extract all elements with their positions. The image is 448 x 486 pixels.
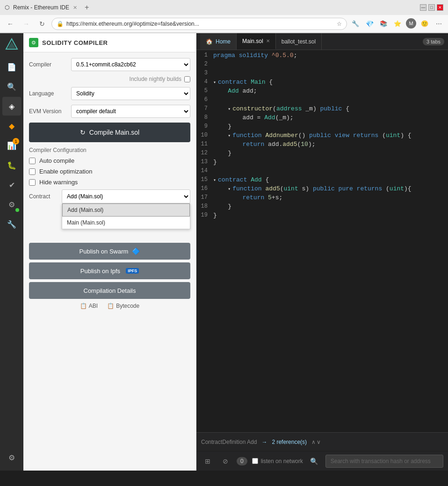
transaction-search-bar[interactable]: Search with transaction hash or address: [325, 455, 443, 468]
browser-chrome: ⬡ Remix - Ethereum IDE ✕ + — □ ✕ ← → ↻ 🔒…: [0, 0, 448, 33]
code-line-13: 13 }: [196, 159, 448, 167]
language-select[interactable]: Solidity: [71, 87, 190, 100]
line-number: 15: [196, 176, 213, 183]
deploy-icon: ◆: [9, 122, 14, 131]
sidebar-item-tools[interactable]: 🔧: [2, 215, 21, 233]
minimize-button[interactable]: —: [420, 4, 426, 11]
address-bar[interactable]: 🔒 https://remix.ethereum.org/#optimize=f…: [51, 18, 347, 30]
feedback-icon[interactable]: 🙂: [419, 18, 430, 29]
panel-body: Compiler 0.5.1+commit.c8a2cb62 Include n…: [23, 52, 196, 315]
bytecode-label: Bytecode: [116, 303, 139, 309]
code-line-1: 1 pragma solidity ^0.5.0;: [196, 52, 448, 61]
nightly-checkbox[interactable]: [184, 76, 190, 82]
up-arrow-icon[interactable]: ∧: [311, 439, 316, 445]
refresh-button[interactable]: ↻: [36, 17, 49, 30]
bookmark-star-icon[interactable]: ☆: [337, 21, 342, 27]
compiler-select[interactable]: 0.5.1+commit.c8a2cb62: [71, 58, 190, 71]
favorites-icon[interactable]: ⭐: [392, 18, 403, 29]
reading-list-icon[interactable]: 📚: [378, 18, 389, 29]
enable-optimization-row: Enable optimization: [29, 168, 190, 175]
remix-logo[interactable]: [2, 36, 21, 55]
line-content: }: [213, 203, 231, 210]
auto-compile-checkbox[interactable]: [29, 158, 36, 164]
line-content: [213, 70, 217, 77]
line-content: ▾contract Add {: [213, 176, 269, 183]
compile-button[interactable]: ↻ Compile Main.sol: [29, 123, 190, 142]
line-number: 8: [196, 114, 213, 121]
sidebar-item-solidity-compiler[interactable]: ◈: [2, 97, 21, 116]
sidebar-item-deploy[interactable]: ◆: [2, 116, 21, 135]
contract-definition-text: ContractDefinition Add: [201, 439, 257, 445]
enable-optimization-label: Enable optimization: [39, 168, 92, 175]
nightly-label: Include nightly builds: [130, 76, 181, 82]
evm-label: EVM Version: [29, 108, 71, 115]
sidebar-item-global-settings[interactable]: ⚙: [2, 448, 21, 467]
publish-ipfs-label: Publish on Ipfs: [80, 268, 120, 275]
bytecode-copy-item[interactable]: 📋 Bytecode: [107, 303, 139, 309]
bytecode-copy-icon: 📋: [107, 303, 114, 309]
nightly-builds-row: Include nightly builds: [29, 76, 190, 82]
sidebar-item-debug[interactable]: 🐛: [2, 156, 21, 174]
code-line-9: 9 }: [196, 123, 448, 132]
publish-swarm-button[interactable]: Publish on Swarm 🔷: [29, 243, 190, 260]
language-row: Language Solidity: [29, 87, 190, 100]
terminal-bar: ⊞ ⊘ 0 listen on network 🔍 Search with tr…: [196, 451, 448, 471]
profile-icon[interactable]: M: [406, 18, 416, 29]
line-content: [213, 167, 217, 174]
enable-optimization-checkbox[interactable]: [29, 168, 36, 175]
terminal-block-button[interactable]: ⊘: [219, 455, 232, 468]
tabs-count-badge: 3 tabs: [423, 38, 444, 45]
checkmark-icon: ✔: [9, 181, 15, 189]
close-button[interactable]: ✕: [437, 4, 443, 11]
contract-select[interactable]: Add (Main.sol) Main (Main.sol): [62, 189, 190, 203]
sidebar-item-file-explorer[interactable]: 📄: [2, 58, 21, 76]
line-number: 7: [196, 105, 213, 112]
tab-home[interactable]: 🏠 Home: [200, 33, 237, 50]
search-terminal-icon: 🔍: [310, 457, 318, 465]
sidebar-item-verify[interactable]: ✔: [2, 175, 21, 194]
tab-main-sol[interactable]: Main.sol ✕: [237, 33, 276, 50]
line-content: }: [213, 159, 217, 166]
abi-copy-item[interactable]: 📋 ABI: [80, 303, 98, 309]
line-number: 13: [196, 159, 213, 165]
references-link[interactable]: 2 reference(s): [272, 439, 307, 445]
settings-browser-icon[interactable]: ⋯: [433, 18, 444, 29]
profile-diamond-icon[interactable]: 💎: [364, 18, 375, 29]
maximize-button[interactable]: □: [428, 4, 435, 11]
forward-button[interactable]: →: [20, 17, 33, 30]
publish-swarm-label: Publish on Swarm: [79, 248, 129, 255]
sidebar-item-plugin-settings[interactable]: ⚙: [2, 195, 21, 214]
contract-dropdown-item-main[interactable]: Main (Main.sol): [62, 217, 190, 229]
url-text[interactable]: https://remix.ethereum.org/#optimize=fal…: [66, 21, 334, 27]
code-editor[interactable]: 1 pragma solidity ^0.5.0; 2 3 4 ▾contrac…: [196, 50, 448, 432]
contract-dropdown-item-add[interactable]: Add (Main.sol): [62, 203, 190, 217]
reference-navigation: ∧ ∨: [311, 439, 321, 445]
close-tab-icon[interactable]: ✕: [73, 5, 77, 11]
line-number: 6: [196, 96, 213, 103]
tab-ballot-test-sol[interactable]: ballot_test.sol: [276, 33, 322, 50]
evm-version-row: EVM Version compiler default: [29, 105, 190, 118]
terminal-search-icon[interactable]: 🔍: [308, 455, 321, 468]
language-label: Language: [29, 90, 71, 97]
code-line-7: 7 ▾constructor(address _m) public {: [196, 105, 448, 114]
line-content: return add.add5(10);: [213, 141, 316, 148]
code-line-4: 4 ▾contract Main {: [196, 79, 448, 87]
contract-select-container: Add (Main.sol) Main (Main.sol) Add (Main…: [62, 189, 190, 203]
publish-ipfs-button[interactable]: Publish on Ipfs IPFS: [29, 262, 190, 279]
code-line-11: 11 return add.add5(10);: [196, 141, 448, 150]
sidebar-item-analytics[interactable]: 📊 1: [2, 136, 21, 155]
new-tab-button[interactable]: +: [85, 3, 89, 12]
listen-on-network-checkbox[interactable]: [252, 458, 258, 464]
compilation-details-button[interactable]: Compilation Details: [29, 282, 190, 299]
abi-label: ABI: [89, 303, 98, 309]
extensions-icon[interactable]: 🔧: [350, 18, 361, 29]
close-main-sol-icon[interactable]: ✕: [266, 38, 270, 44]
sidebar-item-search[interactable]: 🔍: [2, 77, 21, 96]
code-line-14: 14: [196, 167, 448, 176]
evm-version-select[interactable]: compiler default: [71, 105, 190, 118]
back-button[interactable]: ←: [4, 17, 17, 30]
compilation-details-label: Compilation Details: [84, 287, 136, 294]
terminal-collapse-button[interactable]: ⊞: [201, 455, 214, 468]
hide-warnings-checkbox[interactable]: [29, 179, 36, 186]
down-arrow-icon[interactable]: ∨: [317, 439, 321, 445]
